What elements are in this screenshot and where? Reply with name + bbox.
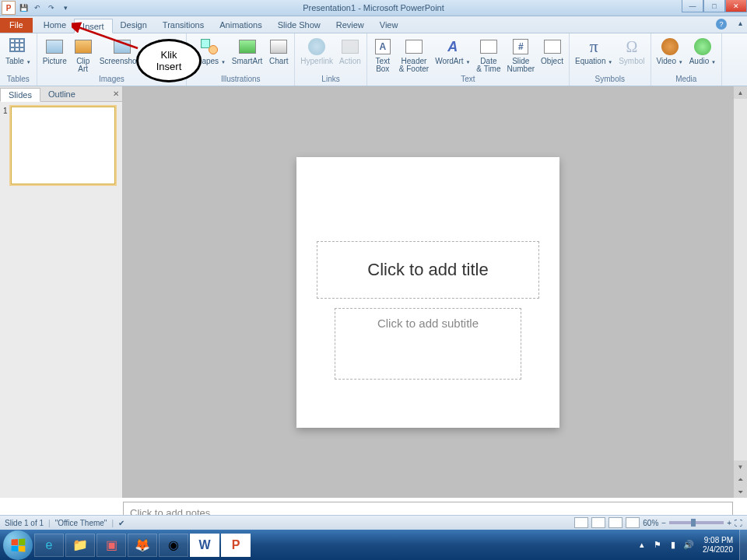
group-label: Illustrations (190, 75, 291, 84)
fit-window-icon[interactable]: ⛶ (735, 519, 742, 527)
scroll-down-icon[interactable]: ▼ (734, 460, 747, 473)
ribbon-collapse-icon[interactable]: ▴ (738, 19, 742, 27)
next-slide-icon[interactable]: ⏷ (734, 485, 747, 498)
normal-view-button[interactable] (574, 517, 588, 528)
slideshow-view-button[interactable] (626, 517, 640, 528)
taskbar-chrome-icon[interactable]: ◉ (159, 534, 188, 557)
ribbon-table-button[interactable]: Table ▼ (3, 35, 33, 66)
ribbon-equation-button[interactable]: πEquation ▼ (573, 35, 615, 66)
save-icon[interactable]: 💾 (17, 2, 30, 14)
picture-icon (44, 37, 65, 57)
group-label: Media (654, 75, 718, 84)
zoom-level: 60% (643, 519, 658, 527)
tab-review[interactable]: Review (328, 18, 372, 33)
taskbar-clock[interactable]: 9:08 PM 2/4/2020 (696, 536, 739, 555)
slides-tab[interactable]: Slides (0, 88, 40, 102)
equation-icon: π (584, 37, 604, 57)
zoom-slider[interactable] (669, 521, 724, 524)
header-footer-icon (404, 37, 424, 57)
audio-icon (693, 37, 713, 57)
tray-network-icon[interactable]: ▮ (667, 539, 679, 551)
ribbon-action-button: Action (337, 35, 363, 65)
smartart-icon (237, 37, 258, 57)
ribbon-text-box-button[interactable]: ATextBox (370, 35, 395, 73)
callout-annotation: Klik Insert (136, 39, 202, 82)
slide-number-icon: # (510, 37, 531, 57)
shapes-icon (199, 37, 219, 57)
status-bar: Slide 1 of 1 | "Office Theme" | ✔ 60% − … (0, 515, 747, 530)
ribbon-audio-button[interactable]: Audio ▼ (687, 35, 718, 66)
tray-chevron-icon[interactable]: ▴ (636, 539, 648, 551)
hyperlink-icon (307, 37, 327, 57)
taskbar: e 📁 ▣ 🦊 ◉ W P ▴ ⚑ ▮ 🔊 9:08 PM 2/4/2020 (0, 530, 747, 560)
outline-tab[interactable]: Outline (40, 88, 83, 100)
tab-transitions[interactable]: Transitions (155, 18, 212, 33)
zoom-in-icon[interactable]: + (727, 519, 731, 527)
ribbon-group-symbols: πEquation ▼ΩSymbolSymbols (570, 33, 651, 86)
panel-close-icon[interactable]: ✕ (113, 89, 119, 98)
thumbnail-number: 1 (3, 107, 9, 115)
scroll-up-icon[interactable]: ▲ (734, 86, 747, 99)
taskbar-firefox-icon[interactable]: 🦊 (128, 534, 157, 557)
action-icon (340, 37, 360, 57)
ribbon-picture-button[interactable]: Picture (40, 35, 69, 74)
taskbar-powerpoint-icon[interactable]: P (221, 534, 251, 557)
ribbon-wordart-button[interactable]: AWordArt ▼ (433, 35, 472, 73)
ribbon-object-button[interactable]: Object (538, 35, 566, 73)
slide-thumbnail[interactable] (11, 107, 115, 184)
group-label: Tables (3, 75, 33, 84)
close-button[interactable]: ✕ (725, 0, 747, 12)
sorter-view-button[interactable] (591, 517, 605, 528)
taskbar-explorer-icon[interactable]: 📁 (65, 534, 95, 557)
vertical-scrollbar[interactable]: ▲ ▼ ⏶ ⏷ (733, 86, 747, 498)
qat-dropdown-icon[interactable]: ▾ (59, 2, 72, 14)
tab-animations[interactable]: Animations (212, 18, 269, 33)
tray-volume-icon[interactable]: 🔊 (682, 539, 695, 551)
prev-slide-icon[interactable]: ⏶ (734, 473, 747, 485)
slide[interactable]: Click to add title Click to add subtitle (296, 157, 559, 428)
arrow-annotation (72, 22, 142, 53)
undo-icon[interactable]: ↶ (31, 2, 44, 14)
redo-icon[interactable]: ↷ (45, 2, 58, 14)
reading-view-button[interactable] (608, 517, 622, 528)
ribbon-symbol-button: ΩSymbol (616, 35, 647, 66)
ribbon-chart-button[interactable]: Chart (266, 35, 291, 66)
tray-flag-icon[interactable]: ⚑ (651, 539, 664, 551)
ribbon-group-links: HyperlinkActionLinks (295, 33, 366, 86)
slide-panel: Slides Outline ✕ 1 (0, 86, 123, 498)
wordart-icon: A (443, 37, 463, 57)
ribbon-smartart-button[interactable]: SmartArt (230, 35, 265, 66)
status-slide: Slide 1 of 1 (5, 519, 44, 527)
help-icon[interactable]: ? (716, 19, 727, 30)
show-desktop-button[interactable] (739, 530, 747, 560)
start-button[interactable] (3, 530, 33, 560)
ribbon-group-text: ATextBoxHeader& FooterAWordArt ▼Date& Ti… (367, 33, 570, 86)
subtitle-placeholder[interactable]: Click to add subtitle (335, 308, 521, 380)
taskbar-word-icon[interactable]: W (190, 534, 219, 557)
spellcheck-icon[interactable]: ✔ (118, 519, 124, 527)
ribbon-video-button[interactable]: Video ▼ (654, 35, 686, 66)
video-icon (660, 37, 680, 57)
svg-line-0 (76, 26, 138, 48)
text-box-icon: A (373, 37, 393, 57)
ribbon-hyperlink-button: Hyperlink (298, 35, 335, 65)
ribbon-group-media: Video ▼Audio ▼Media (651, 33, 722, 86)
app-icon: P (2, 1, 16, 15)
tab-slide-show[interactable]: Slide Show (270, 18, 328, 33)
tab-view[interactable]: View (372, 18, 406, 33)
taskbar-app-icon[interactable]: ▣ (96, 534, 126, 557)
title-placeholder[interactable]: Click to add title (317, 241, 539, 299)
ribbon-header-footer-button[interactable]: Header& Footer (397, 35, 431, 73)
group-label: Links (298, 75, 363, 84)
zoom-out-icon[interactable]: − (661, 519, 666, 527)
symbol-icon: Ω (622, 37, 642, 57)
minimize-button[interactable]: — (682, 0, 703, 12)
chart-icon (268, 37, 289, 57)
window-title: Presentation1 - Microsoft PowerPoint (303, 3, 444, 12)
tab-home[interactable]: Home (36, 18, 74, 33)
taskbar-ie-icon[interactable]: e (34, 534, 64, 557)
ribbon-slide-number-button[interactable]: #SlideNumber (504, 35, 537, 73)
maximize-button[interactable]: □ (703, 0, 725, 12)
tab-file[interactable]: File (0, 18, 33, 33)
ribbon-date-time-button[interactable]: Date& Time (474, 35, 503, 73)
